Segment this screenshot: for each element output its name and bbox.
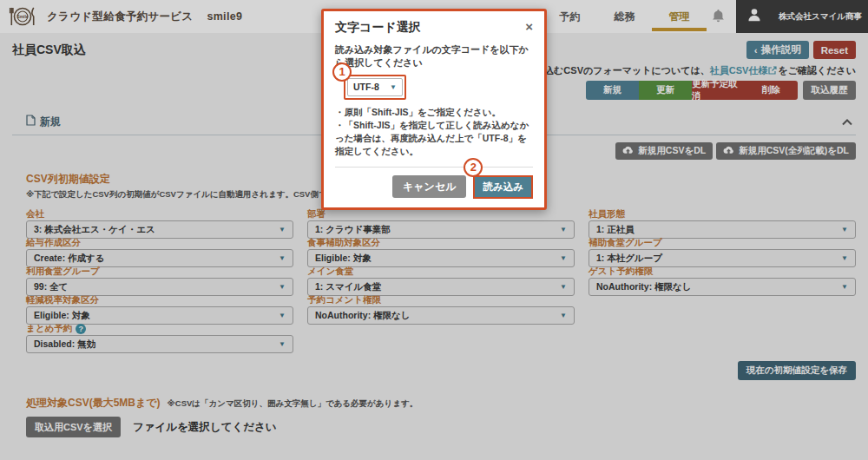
modal-notes: ・原則「Shift-JIS」をご指定ください。 ・「Shift-JIS」を指定し… <box>335 106 533 159</box>
dropdown-arrow-icon: ▼ <box>390 83 397 91</box>
annotation-highlight-load: 読み込み <box>473 175 533 199</box>
modal-note-line: ・「Shift-JIS」を指定して正しく読み込めなかった場合は、再度読み込んだ上… <box>335 119 533 159</box>
close-icon[interactable]: × <box>525 20 533 33</box>
annotation-step-2: 2 <box>464 158 483 177</box>
modal-title: 文字コード選択 <box>335 20 421 36</box>
modal-description: 読み込み対象ファイルの文字コードを以下から選択してください <box>335 43 533 70</box>
modal-note-line: ・原則「Shift-JIS」をご指定ください。 <box>335 106 533 119</box>
annotation-step-1: 1 <box>332 62 352 82</box>
load-button[interactable]: 読み込み <box>475 177 531 197</box>
encoding-select[interactable]: UTF-8 ▼ <box>347 78 403 96</box>
cancel-button[interactable]: キャンセル <box>392 175 466 198</box>
annotation-highlight-encoding: UTF-8 ▼ <box>344 75 406 100</box>
encoding-modal: 文字コード選択 × 読み込み対象ファイルの文字コードを以下から選択してください … <box>321 9 547 210</box>
